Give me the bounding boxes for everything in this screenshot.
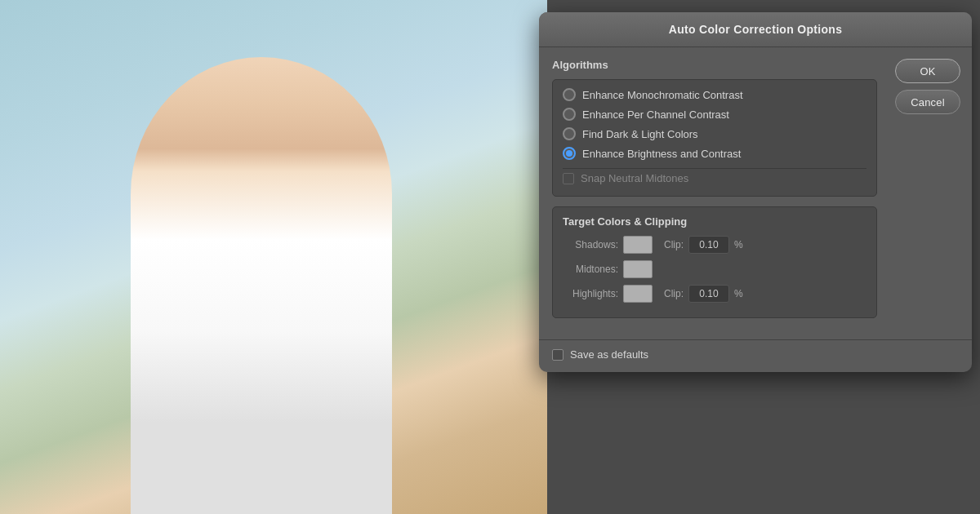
background-photo	[0, 0, 547, 514]
ok-button[interactable]: OK	[895, 59, 960, 83]
shadows-percent: %	[734, 239, 743, 250]
radio-channel-label: Enhance Per Channel Contrast	[582, 109, 729, 121]
dialog-title: Auto Color Correction Options	[669, 23, 842, 36]
cancel-button[interactable]: Cancel	[895, 90, 960, 114]
radio-brightness-label: Enhance Brightness and Contrast	[582, 148, 741, 160]
save-defaults-row[interactable]: Save as defaults	[539, 339, 972, 372]
highlights-clip-label: Clip:	[664, 288, 684, 299]
algorithms-section: Algorithms Enhance Monochromatic Contras…	[552, 59, 877, 197]
algorithms-label: Algorithms	[552, 59, 877, 71]
save-defaults-label: Save as defaults	[570, 348, 648, 361]
radio-mono-circle[interactable]	[563, 88, 576, 101]
radio-mono-label: Enhance Monochromatic Contrast	[582, 89, 743, 101]
radio-channel[interactable]: Enhance Per Channel Contrast	[563, 108, 866, 121]
highlights-label: Highlights:	[563, 288, 618, 299]
radio-brightness-circle[interactable]	[563, 147, 576, 160]
target-section-title: Target Colors & Clipping	[563, 215, 866, 228]
midtones-swatch[interactable]	[623, 260, 653, 278]
dialog-buttons: OK Cancel	[890, 47, 972, 339]
target-section: Target Colors & Clipping Shadows: Clip: …	[552, 206, 877, 318]
highlights-row: Highlights: Clip: %	[563, 285, 866, 303]
highlights-swatch[interactable]	[623, 285, 653, 303]
radio-brightness[interactable]: Enhance Brightness and Contrast	[563, 147, 866, 160]
radio-mono[interactable]: Enhance Monochromatic Contrast	[563, 88, 866, 101]
midtones-label: Midtones:	[563, 264, 618, 275]
snap-neutral-row[interactable]: Snap Neutral Midtones	[563, 168, 866, 188]
radio-darklight[interactable]: Find Dark & Light Colors	[563, 127, 866, 140]
woman-figure	[49, 41, 474, 514]
dialog-body: Algorithms Enhance Monochromatic Contras…	[539, 47, 972, 339]
shadows-clip-label: Clip:	[664, 239, 684, 250]
dialog-titlebar: Auto Color Correction Options	[539, 12, 972, 47]
radio-channel-circle[interactable]	[563, 108, 576, 121]
shadows-row: Shadows: Clip: %	[563, 236, 866, 254]
highlights-clip-input[interactable]	[688, 285, 729, 303]
save-defaults-checkbox[interactable]	[552, 349, 564, 361]
snap-neutral-checkbox[interactable]	[563, 173, 574, 184]
snap-neutral-label: Snap Neutral Midtones	[581, 172, 688, 184]
dialog: Auto Color Correction Options Algorithms…	[539, 12, 972, 372]
radio-darklight-circle[interactable]	[563, 127, 576, 140]
algorithms-box: Enhance Monochromatic Contrast Enhance P…	[552, 79, 877, 197]
radio-darklight-label: Find Dark & Light Colors	[582, 128, 698, 140]
shadows-label: Shadows:	[563, 239, 618, 250]
highlights-percent: %	[734, 288, 743, 299]
midtones-row: Midtones:	[563, 260, 866, 278]
radio-group: Enhance Monochromatic Contrast Enhance P…	[563, 88, 866, 160]
dialog-main: Algorithms Enhance Monochromatic Contras…	[539, 47, 890, 339]
shadows-swatch[interactable]	[623, 236, 653, 254]
shadows-clip-input[interactable]	[688, 236, 729, 254]
